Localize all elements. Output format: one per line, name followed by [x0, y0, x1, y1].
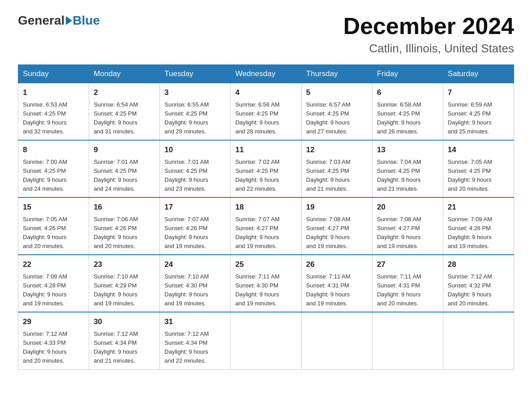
calendar-cell: [231, 312, 301, 369]
calendar-cell: 7Sunrise: 6:59 AMSunset: 4:25 PMDaylight…: [443, 83, 514, 141]
day-info: Sunrise: 7:01 AMSunset: 4:25 PMDaylight:…: [94, 158, 155, 194]
calendar-cell: 3Sunrise: 6:55 AMSunset: 4:25 PMDaylight…: [160, 83, 231, 141]
day-number: 18: [235, 201, 296, 213]
day-number: 26: [306, 259, 368, 270]
day-info: Sunrise: 7:03 AMSunset: 4:25 PMDaylight:…: [306, 158, 368, 194]
calendar-cell: 18Sunrise: 7:07 AMSunset: 4:27 PMDayligh…: [231, 197, 301, 255]
day-info: Sunrise: 7:04 AMSunset: 4:25 PMDaylight:…: [377, 158, 438, 194]
header-tuesday: Tuesday: [160, 65, 231, 83]
day-number: 15: [23, 201, 84, 213]
calendar-cell: 24Sunrise: 7:10 AMSunset: 4:30 PMDayligh…: [160, 255, 231, 312]
header-thursday: Thursday: [301, 65, 372, 83]
day-number: 20: [377, 201, 438, 213]
day-number: 11: [235, 144, 296, 156]
day-number: 22: [23, 259, 84, 270]
day-info: Sunrise: 6:53 AMSunset: 4:25 PMDaylight:…: [23, 100, 84, 137]
calendar-cell: 12Sunrise: 7:03 AMSunset: 4:25 PMDayligh…: [301, 140, 372, 197]
calendar-cell: 1Sunrise: 6:53 AMSunset: 4:25 PMDaylight…: [18, 83, 89, 141]
day-info: Sunrise: 7:02 AMSunset: 4:25 PMDaylight:…: [235, 158, 296, 194]
logo-general-text: General: [18, 13, 64, 28]
day-number: 10: [164, 144, 226, 156]
day-number: 25: [235, 259, 296, 270]
calendar-cell: 30Sunrise: 7:12 AMSunset: 4:34 PMDayligh…: [89, 312, 160, 369]
calendar-cell: 25Sunrise: 7:11 AMSunset: 4:30 PMDayligh…: [231, 255, 301, 312]
calendar-cell: [443, 312, 514, 369]
calendar-cell: 2Sunrise: 6:54 AMSunset: 4:25 PMDaylight…: [89, 83, 160, 141]
day-info: Sunrise: 6:58 AMSunset: 4:25 PMDaylight:…: [377, 100, 438, 137]
logo: General Blue: [18, 13, 100, 28]
day-number: 12: [306, 144, 368, 156]
logo-blue-text: Blue: [73, 13, 100, 28]
day-number: 24: [164, 259, 226, 270]
header-sunday: Sunday: [18, 65, 89, 83]
day-info: Sunrise: 7:06 AMSunset: 4:26 PMDaylight:…: [94, 215, 155, 251]
day-info: Sunrise: 7:08 AMSunset: 4:27 PMDaylight:…: [377, 215, 438, 251]
day-number: 3: [164, 87, 226, 98]
calendar-cell: 6Sunrise: 6:58 AMSunset: 4:25 PMDaylight…: [372, 83, 443, 141]
header-saturday: Saturday: [443, 65, 514, 83]
day-number: 4: [235, 87, 296, 98]
day-info: Sunrise: 7:12 AMSunset: 4:34 PMDaylight:…: [164, 330, 226, 366]
calendar-cell: 27Sunrise: 7:11 AMSunset: 4:31 PMDayligh…: [372, 255, 443, 312]
calendar-cell: 11Sunrise: 7:02 AMSunset: 4:25 PMDayligh…: [231, 140, 301, 197]
day-info: Sunrise: 6:55 AMSunset: 4:25 PMDaylight:…: [164, 100, 226, 137]
month-title: December 2024: [343, 13, 514, 39]
header-monday: Monday: [89, 65, 160, 83]
header-wednesday: Wednesday: [231, 65, 301, 83]
day-number: 1: [23, 87, 84, 98]
day-number: 16: [94, 201, 155, 213]
calendar-cell: 20Sunrise: 7:08 AMSunset: 4:27 PMDayligh…: [372, 197, 443, 255]
day-info: Sunrise: 7:10 AMSunset: 4:29 PMDaylight:…: [94, 272, 155, 308]
calendar-cell: 17Sunrise: 7:07 AMSunset: 4:26 PMDayligh…: [160, 197, 231, 255]
day-number: 19: [306, 201, 368, 213]
day-info: Sunrise: 7:05 AMSunset: 4:25 PMDaylight:…: [448, 158, 509, 194]
location-title: Catlin, Illinois, United States: [343, 42, 514, 56]
week-row-1: 1Sunrise: 6:53 AMSunset: 4:25 PMDaylight…: [18, 83, 514, 141]
day-number: 23: [94, 259, 155, 270]
day-info: Sunrise: 7:05 AMSunset: 4:26 PMDaylight:…: [23, 215, 84, 251]
day-number: 5: [306, 87, 368, 98]
day-number: 2: [94, 87, 155, 98]
day-info: Sunrise: 6:56 AMSunset: 4:25 PMDaylight:…: [235, 100, 296, 137]
day-info: Sunrise: 7:10 AMSunset: 4:30 PMDaylight:…: [164, 272, 226, 308]
calendar-cell: 26Sunrise: 7:11 AMSunset: 4:31 PMDayligh…: [301, 255, 372, 312]
calendar-cell: [372, 312, 443, 369]
calendar-cell: [301, 312, 372, 369]
week-row-2: 8Sunrise: 7:00 AMSunset: 4:25 PMDaylight…: [18, 140, 514, 197]
calendar-cell: 29Sunrise: 7:12 AMSunset: 4:33 PMDayligh…: [18, 312, 89, 369]
calendar-cell: 13Sunrise: 7:04 AMSunset: 4:25 PMDayligh…: [372, 140, 443, 197]
day-number: 8: [23, 144, 84, 156]
day-number: 17: [164, 201, 226, 213]
day-number: 31: [164, 316, 226, 328]
day-number: 21: [448, 201, 509, 213]
calendar-cell: 15Sunrise: 7:05 AMSunset: 4:26 PMDayligh…: [18, 197, 89, 255]
page-header: General Blue December 2024 Catlin, Illin…: [18, 13, 514, 56]
day-info: Sunrise: 7:01 AMSunset: 4:25 PMDaylight:…: [164, 158, 226, 194]
logo-arrow-icon: [66, 16, 72, 25]
calendar-cell: 21Sunrise: 7:09 AMSunset: 4:28 PMDayligh…: [443, 197, 514, 255]
day-number: 30: [94, 316, 155, 328]
day-number: 14: [448, 144, 509, 156]
calendar-cell: 31Sunrise: 7:12 AMSunset: 4:34 PMDayligh…: [160, 312, 231, 369]
calendar-cell: 16Sunrise: 7:06 AMSunset: 4:26 PMDayligh…: [89, 197, 160, 255]
week-row-5: 29Sunrise: 7:12 AMSunset: 4:33 PMDayligh…: [18, 312, 514, 369]
calendar-cell: 4Sunrise: 6:56 AMSunset: 4:25 PMDaylight…: [231, 83, 301, 141]
day-info: Sunrise: 7:11 AMSunset: 4:30 PMDaylight:…: [235, 272, 296, 308]
day-info: Sunrise: 7:12 AMSunset: 4:32 PMDaylight:…: [448, 272, 509, 308]
calendar-cell: 8Sunrise: 7:00 AMSunset: 4:25 PMDaylight…: [18, 140, 89, 197]
day-info: Sunrise: 7:07 AMSunset: 4:27 PMDaylight:…: [235, 215, 296, 251]
day-number: 13: [377, 144, 438, 156]
calendar-cell: 5Sunrise: 6:57 AMSunset: 4:25 PMDaylight…: [301, 83, 372, 141]
title-section: December 2024 Catlin, Illinois, United S…: [343, 13, 514, 56]
day-info: Sunrise: 7:12 AMSunset: 4:34 PMDaylight:…: [94, 330, 155, 366]
calendar-header-row: SundayMondayTuesdayWednesdayThursdayFrid…: [18, 65, 514, 83]
day-info: Sunrise: 7:09 AMSunset: 4:28 PMDaylight:…: [448, 215, 509, 251]
calendar-cell: 9Sunrise: 7:01 AMSunset: 4:25 PMDaylight…: [89, 140, 160, 197]
calendar-cell: 19Sunrise: 7:08 AMSunset: 4:27 PMDayligh…: [301, 197, 372, 255]
calendar-table: SundayMondayTuesdayWednesdayThursdayFrid…: [18, 64, 514, 369]
day-info: Sunrise: 7:11 AMSunset: 4:31 PMDaylight:…: [306, 272, 368, 308]
header-friday: Friday: [372, 65, 443, 83]
day-number: 7: [448, 87, 509, 98]
day-info: Sunrise: 6:57 AMSunset: 4:25 PMDaylight:…: [306, 100, 368, 137]
day-number: 6: [377, 87, 438, 98]
